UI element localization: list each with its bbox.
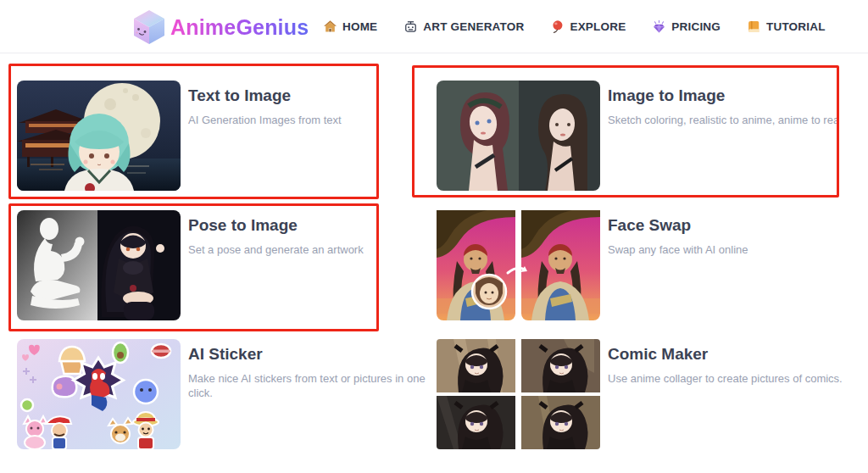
robot-icon: [403, 19, 418, 34]
card-body: Text to Image AI Generation Images from …: [188, 81, 442, 127]
cube-mascot-icon: [133, 9, 165, 45]
feature-description: Swap any face with AI online: [608, 242, 862, 257]
feature-card-text-to-image[interactable]: Text to Image AI Generation Images from …: [17, 81, 442, 191]
feature-description: Make nice AI stickers from text or pictu…: [188, 371, 436, 400]
feature-title: Pose to Image: [188, 216, 442, 235]
nav-explore-label: EXPLORE: [570, 20, 626, 33]
feature-description: AI Generation Images from text: [188, 113, 442, 127]
header: AnimeGenius HOME: [0, 0, 868, 53]
image-to-image-thumbnail: [437, 81, 600, 191]
gem-icon: [652, 19, 666, 34]
feature-title: Face Swap: [608, 216, 862, 235]
nav-art-generator[interactable]: ART GENERATOR: [403, 19, 524, 34]
text-to-image-thumbnail: [17, 81, 181, 191]
feature-title: AI Sticker: [188, 345, 442, 364]
balloon-icon: [550, 19, 565, 34]
nav-tutorial[interactable]: TUTORIAL: [747, 19, 826, 34]
page: AnimeGenius HOME: [0, 0, 868, 473]
pose-to-image-thumbnail: [17, 210, 181, 320]
card-body: Face Swap Swap any face with AI online: [608, 210, 862, 257]
feature-card-image-to-image[interactable]: Image to Image Sketch coloring, realisti…: [437, 81, 862, 191]
home-icon: [323, 19, 337, 34]
card-body: AI Sticker Make nice AI stickers from te…: [188, 339, 442, 400]
card-body: Image to Image Sketch coloring, realisti…: [608, 81, 862, 127]
nav-art-generator-label: ART GENERATOR: [423, 20, 524, 33]
nav-pricing[interactable]: PRICING: [652, 19, 721, 34]
card-body: Comic Maker Use anime collager to create…: [608, 339, 862, 386]
feature-card-pose-to-image[interactable]: Pose to Image Set a pose and generate an…: [17, 210, 442, 320]
book-icon: [747, 19, 761, 34]
feature-description: Use anime collager to create pictures of…: [608, 371, 862, 386]
nav-tutorial-label: TUTORIAL: [766, 20, 826, 33]
feature-card-face-swap[interactable]: Face Swap Swap any face with AI online: [437, 210, 862, 320]
ai-sticker-thumbnail: [17, 339, 181, 449]
brand-logo[interactable]: AnimeGenius: [133, 9, 309, 45]
feature-description: Set a pose and generate an artwork: [188, 242, 442, 257]
feature-description: Sketch coloring, realistic to anime, ani…: [608, 113, 839, 127]
main-nav: HOME ART GENERATOR: [323, 0, 826, 53]
nav-pricing-label: PRICING: [671, 20, 721, 33]
comic-maker-thumbnail: [437, 339, 600, 449]
feature-title: Image to Image: [608, 86, 862, 105]
card-body: Pose to Image Set a pose and generate an…: [188, 210, 442, 257]
feature-title: Text to Image: [188, 86, 442, 105]
feature-card-ai-sticker[interactable]: AI Sticker Make nice AI stickers from te…: [17, 339, 442, 449]
brand-name: AnimeGenius: [170, 15, 309, 40]
nav-explore[interactable]: EXPLORE: [550, 19, 626, 34]
feature-card-comic-maker[interactable]: Comic Maker Use anime collager to create…: [437, 339, 862, 449]
nav-home-label: HOME: [342, 20, 377, 33]
face-swap-thumbnail: [437, 210, 600, 320]
nav-home[interactable]: HOME: [323, 19, 377, 34]
feature-title: Comic Maker: [608, 345, 862, 364]
